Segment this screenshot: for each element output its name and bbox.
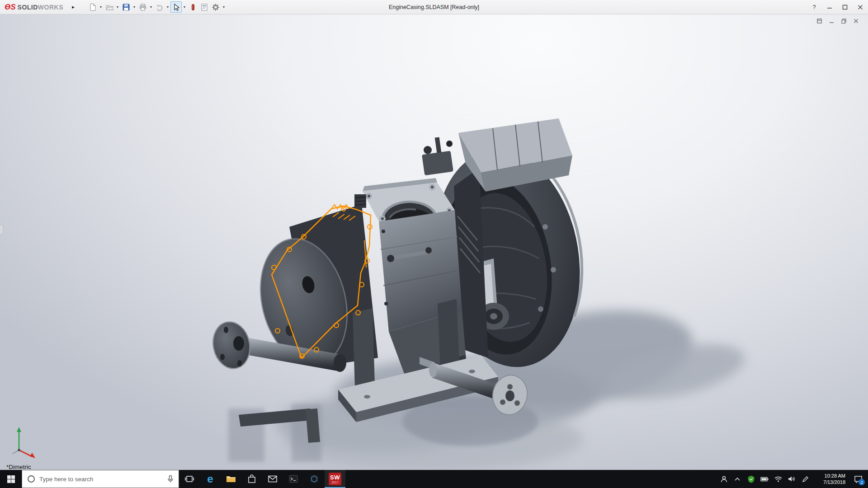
doc-close-icon [853,18,859,24]
microphone-icon[interactable] [167,475,174,483]
mail-button[interactable] [262,470,283,488]
notification-badge: 2 [859,479,865,485]
print-dropdown[interactable]: ▾ [148,1,154,13]
mail-icon [268,475,277,483]
file-explorer-icon [226,475,236,483]
save-icon [122,3,130,11]
volume-icon [788,476,795,482]
document-window-controls [815,17,860,24]
options-dropdown[interactable]: ▾ [221,1,226,13]
system-tray: 10:28 AM 7/13/2018 2 [717,470,868,488]
search-input[interactable] [39,476,162,483]
undo-dropdown[interactable]: ▾ [165,1,170,13]
doc-restore-button[interactable] [840,17,848,24]
appearance-icon [189,3,197,11]
taskbar: e SW 2017 [0,470,868,488]
minimize-button[interactable] [822,0,837,14]
file-properties-button[interactable] [198,1,210,13]
people-button[interactable] [717,470,731,488]
new-document-button[interactable] [87,1,98,13]
terminal-button[interactable] [283,470,304,488]
doc-minimize-icon [829,18,835,24]
appearance-button[interactable] [187,1,198,13]
solidworks-app-icon: SW 2017 [329,473,341,485]
pen-button[interactable] [798,470,812,488]
viewport-3d[interactable] [0,14,868,470]
maximize-icon [842,5,848,10]
undo-icon [156,3,164,11]
solidworks-app-button[interactable]: SW 2017 [325,470,345,488]
terminal-icon [289,475,298,483]
select-tool-dropdown[interactable]: ▾ [182,1,187,13]
edge-button[interactable]: e [200,470,221,488]
window-controls: ? [807,0,868,14]
print-button[interactable] [137,1,148,13]
quick-access-toolbar: ▾ ▾ ▾ ▾ ▾ ▾ [87,0,226,14]
doc-pin-button[interactable] [815,17,823,24]
store-button[interactable] [241,470,262,488]
file-explorer-button[interactable] [221,470,241,488]
open-button[interactable] [104,1,115,13]
screen: ƟS SOLIDWORKS ▸ ▾ ▾ ▾ ▾ ▾ [0,0,868,488]
clock-date: 7/13/2018 [823,479,845,485]
options-button[interactable] [210,1,221,13]
hexagon-app-button[interactable] [304,470,325,488]
file-properties-icon [200,3,208,11]
wifi-icon [774,476,782,482]
edge-icon: e [207,474,213,484]
store-icon [248,474,256,483]
doc-restore-icon [841,18,847,24]
chevron-up-icon [734,477,741,481]
windows-logo-icon [7,475,15,483]
open-folder-icon [105,3,113,11]
print-icon [139,3,147,11]
save-button[interactable] [120,1,132,13]
taskbar-search[interactable] [22,470,179,488]
brand-wordmark-light: WORKS [38,4,63,11]
people-icon [720,475,728,483]
toolbar-flyout-arrow-icon[interactable]: ▸ [70,4,77,10]
network-button[interactable] [771,470,785,488]
cortana-icon [27,475,35,483]
taskbar-clock[interactable]: 10:28 AM 7/13/2018 [812,470,848,488]
start-button[interactable] [0,470,22,488]
task-view-icon [185,474,194,483]
help-button[interactable]: ? [807,0,822,14]
triad-axes-icon [7,424,43,460]
graphics-area[interactable]: *Dimetric [0,14,868,470]
security-button[interactable] [744,470,758,488]
minimize-icon [827,5,832,10]
doc-minimize-button[interactable] [827,17,835,24]
view-orientation-label: *Dimetric [6,464,31,470]
doc-close-button[interactable] [852,17,860,24]
select-tool-button[interactable] [170,1,182,13]
battery-button[interactable] [758,470,771,488]
close-button[interactable] [853,0,868,14]
ds-logo-icon: ƟS [5,3,16,12]
orientation-triad [7,424,43,462]
select-cursor-icon [172,3,180,11]
task-view-button[interactable] [179,470,200,488]
defender-shield-icon [748,475,755,483]
sw-icon-text: SW [330,474,340,480]
doc-pin-icon [816,18,822,24]
hexagon-app-icon [310,474,319,483]
new-document-icon [89,3,97,11]
close-icon [858,5,863,10]
title-bar: ƟS SOLIDWORKS ▸ ▾ ▾ ▾ ▾ ▾ [0,0,868,14]
open-dropdown[interactable]: ▾ [115,1,120,13]
clock-time: 10:28 AM [825,473,845,479]
new-document-dropdown[interactable]: ▾ [98,1,104,13]
save-dropdown[interactable]: ▾ [132,1,137,13]
volume-button[interactable] [785,470,798,488]
action-center-button[interactable]: 2 [848,470,868,488]
panel-collapse-handle[interactable] [0,225,3,235]
pen-icon [802,476,809,483]
hidden-icons-button[interactable] [731,470,744,488]
options-gear-icon [212,3,220,11]
maximize-button[interactable] [837,0,853,14]
brand-wordmark-bold: SOLID [18,4,38,11]
sw-icon-year: 2017 [331,481,339,484]
battery-icon [760,477,769,482]
undo-button[interactable] [154,1,165,13]
